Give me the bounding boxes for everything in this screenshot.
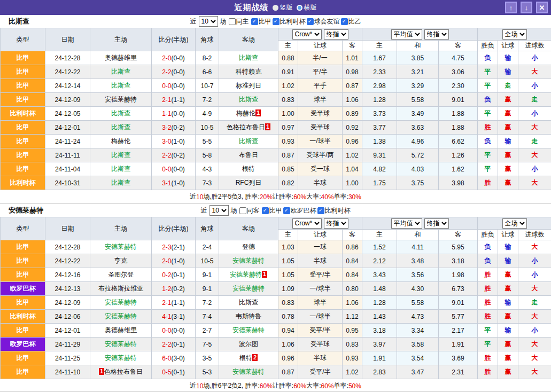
avg-home-cell: 3.77 <box>362 121 397 135</box>
odds-away-cell: 0.84 <box>343 268 362 282</box>
avg-away-cell: 1.62 <box>439 162 478 176</box>
layout-radio-vertical[interactable]: 竖版 <box>273 3 293 12</box>
odds-away-cell: 0.83 <box>343 338 362 351</box>
home-team-cell: 安德莱赫特 <box>90 310 152 324</box>
half-time-score: (1-0) <box>172 138 185 145</box>
avg-away-cell: 3.98 <box>439 176 478 190</box>
avg-draw-cell: 4.11 <box>397 240 439 254</box>
matches-table: 类型 日期 主场 比分(半场) 角球 客场 Crow*终指 平均值终指 全场 <box>0 28 551 190</box>
league-filters: ✓比甲✓欧罗巴杯✓比利时杯 <box>262 206 351 215</box>
odds-away-cell: 0.86 <box>343 240 362 254</box>
half-time-score: (1-0) <box>172 257 185 265</box>
team-label: 比斯查 <box>111 165 130 173</box>
home-team-cell: 比斯查 <box>90 148 152 162</box>
score-cell: 1-2(0-2) <box>152 282 196 296</box>
result-wdl-cell: 胜 <box>478 351 498 365</box>
odds-away-cell: 0.92 <box>343 121 362 135</box>
col-header-result-wdl: 胜负 <box>478 41 498 51</box>
result-indicator: 大 <box>532 179 538 186</box>
team-label: 亨克 <box>114 257 127 264</box>
full-time-score: 2-2 <box>162 152 171 159</box>
team-label: 比斯查 <box>111 179 130 186</box>
away-team-cell: 登德 <box>219 240 278 254</box>
league-checkbox[interactable]: ✓ <box>251 18 258 25</box>
full-time-score: 0-0 <box>162 166 171 173</box>
date-cell: 24-12-05 <box>45 107 90 121</box>
same-venue-checkbox[interactable] <box>229 18 236 25</box>
col-header-date: 日期 <box>45 28 90 51</box>
odds-away-cell: 0.87 <box>343 79 362 93</box>
average-group-header: 平均值终指 <box>362 217 478 230</box>
summary-value: 40% <box>321 193 334 201</box>
result-wdl-cell: 平 <box>478 107 498 121</box>
result-indicator: 输 <box>505 299 511 306</box>
score-cell: 6-0(3-0) <box>152 351 196 365</box>
result-indicator: 胜 <box>485 312 491 320</box>
result-handicap-cell: 赢 <box>498 365 518 379</box>
games-count-select[interactable]: 10 <box>209 205 229 216</box>
league-checkbox[interactable]: ✓ <box>307 18 314 25</box>
red-card-badge: 1 <box>262 271 267 278</box>
average-select[interactable]: 平均值 <box>391 218 422 229</box>
league-checkbox[interactable]: ✓ <box>283 207 290 214</box>
red-card-badge: 2 <box>252 354 258 361</box>
league-checkbox[interactable]: ✓ <box>273 18 280 25</box>
games-count-select[interactable]: 10 <box>199 16 218 27</box>
average-stage-select[interactable]: 终指 <box>424 29 449 40</box>
layout-radio-horizontal[interactable]: 横版 <box>297 3 317 12</box>
close-button[interactable]: ✕ <box>536 2 548 13</box>
avg-away-cell: 1.26 <box>439 148 478 162</box>
date-cell: 24-12-09 <box>45 296 90 310</box>
result-wdl-cell: 负 <box>478 240 498 254</box>
avg-home-cell: 3.18 <box>362 324 397 338</box>
odds-stage-select[interactable]: 终指 <box>324 29 348 40</box>
bookmaker-select[interactable]: Crow* <box>292 29 322 40</box>
move-up-button[interactable]: ↑ <box>505 2 517 13</box>
odds-away-cell: 1.00 <box>343 176 362 190</box>
odds-home-cell: 0.97 <box>278 121 298 135</box>
team-label: 比斯查 <box>239 299 258 306</box>
full-time-score: 2-1 <box>162 299 171 307</box>
match-row: 比甲24-12-28奥德赫维里2-0(0-0)8-2比斯查0.88半/一1.01… <box>1 51 551 65</box>
half-time-score: (0-0) <box>172 82 185 90</box>
scope-select[interactable]: 全场 <box>502 218 527 229</box>
col-header-avg-draw: 和 <box>397 41 439 51</box>
score-cell: 2-2(0-2) <box>152 148 196 162</box>
corners-cell: 4-3 <box>196 162 219 176</box>
average-select[interactable]: 平均值 <box>391 29 422 40</box>
away-team-cell: 安德莱赫特 <box>219 254 278 268</box>
league-checkbox[interactable]: ✓ <box>262 207 269 214</box>
col-header-avg-home: 主 <box>362 230 397 240</box>
score-cell: 0-2(0-1) <box>152 268 196 282</box>
avg-home-cell: 3.97 <box>362 338 397 351</box>
match-row: 欧罗巴杯24-11-29安德莱赫特2-2(0-1)7-5波尔图1.06受半球0.… <box>1 338 551 351</box>
team-label: 安德莱赫特 <box>105 354 137 362</box>
result-indicator: 胜 <box>485 179 491 186</box>
result-indicator: 平 <box>485 326 491 334</box>
summary-value: 20% <box>260 193 273 201</box>
bookmaker-select[interactable]: Crow* <box>292 218 322 229</box>
league-checkbox[interactable]: ✓ <box>317 207 324 214</box>
odds-stage-select[interactable]: 终指 <box>324 218 348 229</box>
handicap-cell: 平手 <box>298 79 343 93</box>
result-indicator: 赢 <box>505 354 511 362</box>
team-label: 布拉格斯拉维亚 <box>98 285 143 292</box>
same-venue-checkbox[interactable] <box>239 207 246 214</box>
near-label: 近 <box>201 206 207 215</box>
move-down-button[interactable]: ↓ <box>521 2 532 13</box>
summary-text: 大率: <box>306 192 321 201</box>
league-checkbox[interactable]: ✓ <box>341 18 348 25</box>
scope-select[interactable]: 全场 <box>502 29 527 40</box>
avg-draw-cell: 5.58 <box>397 93 439 107</box>
handicap-cell: 受平/半 <box>298 324 343 338</box>
league-cell: 比甲 <box>1 268 45 282</box>
average-stage-select[interactable]: 终指 <box>424 218 449 229</box>
col-header-odds-handicap: 让球 <box>298 41 343 51</box>
handicap-cell: 一球 <box>298 240 343 254</box>
away-team-cell: 波尔图 <box>219 338 278 351</box>
score-cell: 3-2(0-2) <box>152 121 196 135</box>
date-cell: 24-12-13 <box>45 282 90 296</box>
away-team-cell: 梅赫伦1 <box>219 107 278 121</box>
full-time-score: 2-2 <box>162 68 171 76</box>
league-cell: 比利时杯 <box>1 310 45 324</box>
